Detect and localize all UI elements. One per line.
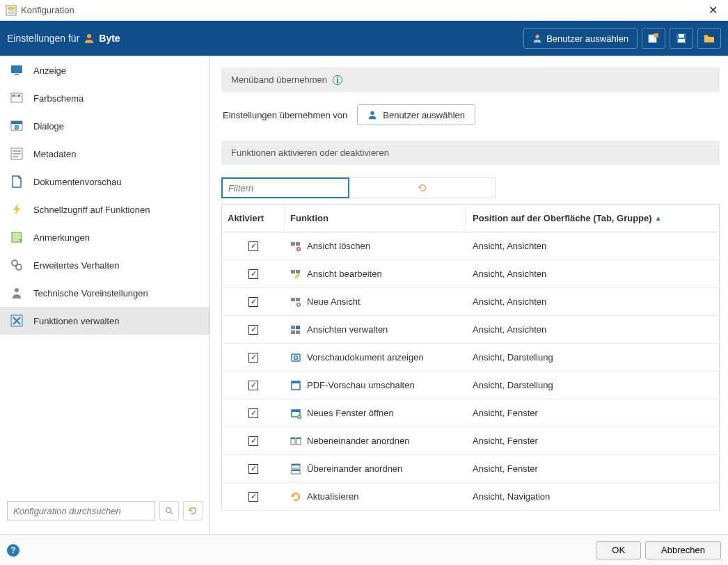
footer-bar: ? OK Abbrechen	[0, 534, 728, 565]
filter-input[interactable]	[221, 177, 349, 198]
sidebar-item-metadaten[interactable]: Metadaten	[0, 140, 209, 168]
ok-button[interactable]: OK	[596, 541, 641, 559]
sidebar-bottom	[0, 493, 209, 534]
svg-point-45	[294, 356, 298, 359]
function-position: Ansicht, Darstellung	[473, 352, 553, 363]
sidebar-item-dialoge[interactable]: Dialoge	[0, 112, 209, 140]
save-button[interactable]	[670, 28, 693, 49]
function-position: Ansicht, Fenster	[473, 408, 538, 418]
col-function-header[interactable]: Funktion	[285, 205, 466, 232]
sort-ascending-icon: ▲	[655, 214, 662, 222]
svg-rect-47	[292, 381, 300, 383]
filter-reset-button[interactable]	[349, 177, 496, 198]
open-folder-button[interactable]	[697, 28, 721, 49]
sidebar-item-farbschema[interactable]: Farbschema	[0, 84, 209, 112]
svg-rect-53	[291, 438, 295, 439]
search-button[interactable]	[159, 501, 179, 520]
enabled-checkbox[interactable]: ✓	[248, 241, 258, 251]
note-icon	[10, 230, 24, 244]
sidebar-item-erweitertes-verhalten[interactable]: Erweitertes Verhalten	[0, 251, 209, 279]
transfer-settings-button[interactable]	[642, 28, 665, 49]
filter-row	[221, 177, 720, 198]
sidebar-item-dokumentenvorschau[interactable]: Dokumentenvorschau	[0, 168, 209, 196]
enabled-checkbox[interactable]: ✓	[248, 464, 258, 474]
table-header: Aktiviert Funktion Position auf der Ober…	[222, 205, 719, 232]
select-user-button[interactable]: Benutzer auswählen	[523, 28, 638, 49]
sidebar-item-label: Schnellzugriff auf Funktionen	[33, 205, 150, 215]
table-row[interactable]: ✓Ansichten verwaltenAnsicht, Ansichten	[222, 316, 719, 344]
enabled-checkbox[interactable]: ✓	[248, 353, 258, 363]
enabled-checkbox[interactable]: ✓	[248, 436, 258, 446]
svg-rect-32	[291, 242, 295, 246]
user-icon	[84, 33, 95, 44]
svg-rect-41	[296, 326, 300, 329]
adopt-select-user-button[interactable]: Benutzer auswählen	[357, 104, 475, 125]
content-area: Menüband übernehmen i Einstellungen über…	[210, 56, 728, 534]
enabled-checkbox[interactable]: ✓	[248, 381, 258, 390]
function-icon	[290, 436, 301, 447]
window-icon	[10, 119, 24, 133]
info-icon[interactable]: i	[333, 75, 342, 85]
table-row[interactable]: ✓Ansicht löschenAnsicht, Ansichten	[222, 232, 719, 260]
col-enabled-header[interactable]: Aktiviert	[222, 205, 285, 232]
function-name: Ansicht löschen	[307, 241, 370, 251]
search-reset-button[interactable]	[183, 501, 203, 520]
svg-rect-7	[679, 34, 684, 38]
table-row[interactable]: ✓Neues Fenster öffnenAnsicht, Fenster	[222, 399, 719, 427]
cancel-button[interactable]: Abbrechen	[645, 541, 721, 559]
sidebar-item-technische-voreinstellungen[interactable]: Technische Voreinstellungen	[0, 279, 209, 307]
palette-icon	[10, 91, 24, 105]
enabled-checkbox[interactable]: ✓	[248, 492, 258, 502]
function-name: Vorschaudokument anzeigen	[307, 352, 424, 363]
adopt-label: Einstellungen übernehmen von	[223, 110, 347, 120]
user-icon	[367, 110, 377, 120]
sidebar-item-label: Technische Voreinstellungen	[33, 288, 148, 299]
svg-point-31	[371, 111, 374, 115]
help-button[interactable]: ?	[7, 544, 19, 557]
sidebar-item-funktionen-verwalten[interactable]: Funktionen verwalten	[0, 307, 209, 335]
window-title: Konfiguration	[21, 5, 703, 15]
close-button[interactable]: ✕	[703, 3, 722, 17]
monitor-icon	[10, 63, 24, 77]
table-row[interactable]: ✓Nebeneinander anordnenAnsicht, Fenster	[222, 427, 719, 455]
table-row[interactable]: ✓PDF-Vorschau umschaltenAnsicht, Darstel…	[222, 372, 719, 399]
svg-rect-36	[296, 270, 300, 273]
enabled-checkbox[interactable]: ✓	[248, 325, 258, 335]
sidebar: Anzeige Farbschema Dialoge Metadaten	[0, 56, 210, 534]
main-area: Anzeige Farbschema Dialoge Metadaten	[0, 56, 728, 534]
table-row[interactable]: ✓Neue AnsichtAnsicht, Ansichten	[222, 288, 719, 316]
enabled-checkbox[interactable]: ✓	[248, 269, 258, 279]
table-row[interactable]: ✓Vorschaudokument anzeigenAnsicht, Darst…	[222, 344, 719, 372]
function-icon	[290, 269, 301, 280]
header-username: Byte	[99, 33, 120, 44]
config-search-input[interactable]	[7, 501, 155, 520]
table-body[interactable]: ✓Ansicht löschenAnsicht, Ansichten✓Ansic…	[222, 232, 719, 511]
enabled-checkbox[interactable]: ✓	[248, 408, 258, 418]
sidebar-item-schnellzugriff[interactable]: Schnellzugriff auf Funktionen	[0, 196, 209, 223]
form-icon	[10, 147, 24, 161]
sidebar-item-anzeige[interactable]: Anzeige	[0, 56, 209, 84]
function-name: Aktualisieren	[307, 491, 358, 502]
svg-rect-44	[292, 354, 300, 361]
function-icon	[290, 296, 301, 308]
svg-point-26	[16, 264, 22, 270]
svg-rect-23	[13, 156, 18, 157]
svg-point-3	[87, 34, 91, 38]
sidebar-list: Anzeige Farbschema Dialoge Metadaten	[0, 56, 209, 493]
header-prefix: Einstellungen für	[7, 33, 79, 44]
col-position-header[interactable]: Position auf der Oberfläche (Tab, Gruppe…	[466, 205, 719, 232]
function-position: Ansicht, Darstellung	[473, 380, 553, 390]
svg-rect-17	[11, 121, 22, 124]
sidebar-item-anmerkungen[interactable]: Anmerkungen	[0, 223, 209, 251]
table-row[interactable]: ✓AktualisierenAnsicht, Navigation	[222, 483, 719, 511]
tools-icon	[10, 314, 24, 328]
table-row[interactable]: ✓Ansicht bearbeitenAnsicht, Ansichten	[222, 260, 719, 288]
refresh-icon	[418, 183, 427, 193]
enabled-checkbox[interactable]: ✓	[248, 297, 258, 307]
function-name: Neue Ansicht	[307, 296, 361, 307]
function-name: PDF-Vorschau umschalten	[307, 380, 415, 390]
svg-point-4	[536, 35, 539, 38]
document-icon	[10, 175, 24, 189]
table-row[interactable]: ✓Übereinander anordnenAnsicht, Fenster	[222, 455, 719, 483]
function-name: Übereinander anordnen	[307, 463, 402, 474]
